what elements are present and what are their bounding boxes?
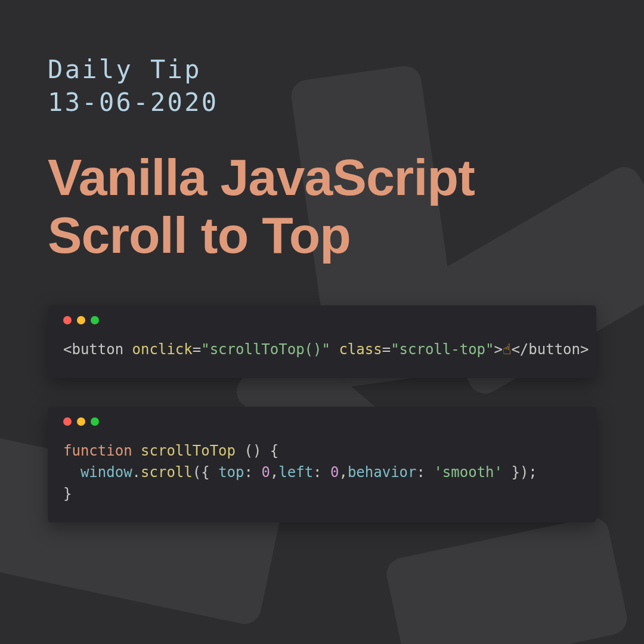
code-card-html: <button onclick="scrollToTop()" class="s… xyxy=(48,305,596,378)
maximize-icon xyxy=(91,316,99,324)
close-icon xyxy=(63,417,72,426)
close-icon xyxy=(63,316,72,324)
code-card-js: function scrollToTop () { window.scroll(… xyxy=(48,407,596,522)
code-snippet-js: function scrollToTop () { window.scroll(… xyxy=(63,440,581,504)
maximize-icon xyxy=(91,417,99,426)
window-controls xyxy=(63,316,581,324)
title-line-1: Vanilla JavaScript xyxy=(48,148,608,206)
code-cards: <button onclick="scrollToTop()" class="s… xyxy=(48,305,608,522)
eyebrow-line-1: Daily Tip xyxy=(48,54,608,86)
window-controls xyxy=(63,417,581,426)
title-line-2: Scroll to Top xyxy=(48,206,608,264)
content: Daily Tip 13-06-2020 Vanilla JavaScript … xyxy=(0,0,644,522)
minimize-icon xyxy=(77,417,85,426)
eyebrow-line-2: 13-06-2020 xyxy=(48,86,608,119)
minimize-icon xyxy=(77,316,85,324)
page-title: Vanilla JavaScript Scroll to Top xyxy=(48,148,608,264)
code-snippet-html: <button onclick="scrollToTop()" class="s… xyxy=(63,339,581,360)
eyebrow: Daily Tip 13-06-2020 xyxy=(48,54,608,119)
